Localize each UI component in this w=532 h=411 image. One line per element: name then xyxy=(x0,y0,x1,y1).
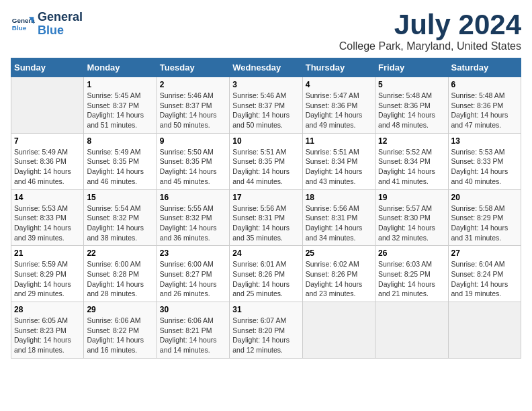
day-number: 25 xyxy=(306,248,372,258)
day-number: 14 xyxy=(14,193,81,202)
day-info: Sunrise: 6:05 AMSunset: 8:23 PMDaylight:… xyxy=(14,316,81,355)
day-number: 19 xyxy=(378,193,445,202)
day-info: Sunrise: 6:03 AMSunset: 8:25 PMDaylight:… xyxy=(378,259,445,299)
day-info: Sunrise: 5:55 AMSunset: 8:32 PMDaylight:… xyxy=(160,203,226,243)
calendar-cell: 14Sunrise: 5:53 AMSunset: 8:33 PMDayligh… xyxy=(11,189,84,246)
week-row-1: 1Sunrise: 5:45 AMSunset: 8:37 PMDaylight… xyxy=(11,77,521,134)
calendar-cell: 17Sunrise: 5:56 AMSunset: 8:31 PMDayligh… xyxy=(230,189,302,246)
day-info: Sunrise: 5:56 AMSunset: 8:31 PMDaylight:… xyxy=(232,203,299,243)
day-info: Sunrise: 6:02 AMSunset: 8:26 PMDaylight:… xyxy=(306,259,372,299)
day-number: 30 xyxy=(160,305,226,314)
logo: General Blue General Blue xyxy=(11,11,83,38)
page-header: General Blue General Blue July 2024 Coll… xyxy=(11,11,521,52)
calendar-cell: 5Sunrise: 5:48 AMSunset: 8:36 PMDaylight… xyxy=(375,77,448,134)
calendar-cell: 13Sunrise: 5:53 AMSunset: 8:33 PMDayligh… xyxy=(448,133,521,189)
day-number: 24 xyxy=(232,248,299,258)
day-info: Sunrise: 5:49 AMSunset: 8:36 PMDaylight:… xyxy=(14,147,81,187)
day-number: 22 xyxy=(87,248,153,258)
calendar-cell: 4Sunrise: 5:47 AMSunset: 8:36 PMDaylight… xyxy=(302,77,375,134)
calendar-cell: 10Sunrise: 5:51 AMSunset: 8:35 PMDayligh… xyxy=(230,133,302,189)
calendar-cell: 21Sunrise: 5:59 AMSunset: 8:29 PMDayligh… xyxy=(11,246,84,302)
calendar-cell: 8Sunrise: 5:49 AMSunset: 8:35 PMDaylight… xyxy=(84,133,157,189)
logo-icon: General Blue xyxy=(11,12,35,36)
day-number: 8 xyxy=(87,136,153,146)
calendar-cell xyxy=(11,77,84,134)
day-number: 15 xyxy=(87,193,153,202)
day-info: Sunrise: 5:56 AMSunset: 8:31 PMDaylight:… xyxy=(306,203,372,243)
calendar-cell xyxy=(448,302,521,359)
day-number: 27 xyxy=(451,248,518,258)
day-number: 10 xyxy=(232,136,299,146)
day-info: Sunrise: 6:04 AMSunset: 8:24 PMDaylight:… xyxy=(451,259,518,299)
day-number: 16 xyxy=(160,193,226,202)
week-row-4: 21Sunrise: 5:59 AMSunset: 8:29 PMDayligh… xyxy=(11,246,521,302)
location-title: College Park, Maryland, United States xyxy=(339,40,521,52)
calendar-cell: 28Sunrise: 6:05 AMSunset: 8:23 PMDayligh… xyxy=(11,302,84,359)
day-info: Sunrise: 6:06 AMSunset: 8:22 PMDaylight:… xyxy=(87,316,153,355)
day-info: Sunrise: 5:48 AMSunset: 8:36 PMDaylight:… xyxy=(451,91,518,130)
weekday-header-monday: Monday xyxy=(84,58,157,77)
calendar-cell: 9Sunrise: 5:50 AMSunset: 8:35 PMDaylight… xyxy=(157,133,229,189)
day-info: Sunrise: 5:48 AMSunset: 8:36 PMDaylight:… xyxy=(378,91,445,130)
day-info: Sunrise: 5:49 AMSunset: 8:35 PMDaylight:… xyxy=(87,147,153,187)
day-number: 28 xyxy=(14,305,81,314)
day-number: 4 xyxy=(306,80,372,89)
day-info: Sunrise: 6:06 AMSunset: 8:21 PMDaylight:… xyxy=(160,316,226,355)
day-info: Sunrise: 5:51 AMSunset: 8:35 PMDaylight:… xyxy=(232,147,299,187)
title-area: July 2024 College Park, Maryland, United… xyxy=(339,11,521,52)
calendar-cell: 11Sunrise: 5:51 AMSunset: 8:34 PMDayligh… xyxy=(302,133,375,189)
day-info: Sunrise: 5:57 AMSunset: 8:30 PMDaylight:… xyxy=(378,203,445,243)
weekday-header-row: SundayMondayTuesdayWednesdayThursdayFrid… xyxy=(11,58,521,77)
day-number: 2 xyxy=(160,80,226,89)
weekday-header-sunday: Sunday xyxy=(11,58,84,77)
calendar-cell: 3Sunrise: 5:46 AMSunset: 8:37 PMDaylight… xyxy=(230,77,302,134)
calendar-cell: 16Sunrise: 5:55 AMSunset: 8:32 PMDayligh… xyxy=(157,189,229,246)
calendar-cell: 12Sunrise: 5:52 AMSunset: 8:34 PMDayligh… xyxy=(375,133,448,189)
week-row-2: 7Sunrise: 5:49 AMSunset: 8:36 PMDaylight… xyxy=(11,133,521,189)
calendar-cell: 23Sunrise: 6:00 AMSunset: 8:27 PMDayligh… xyxy=(157,246,229,302)
calendar-cell xyxy=(375,302,448,359)
day-info: Sunrise: 5:53 AMSunset: 8:33 PMDaylight:… xyxy=(14,203,81,243)
weekday-header-saturday: Saturday xyxy=(448,58,521,77)
logo-text-blue: Blue xyxy=(38,24,83,38)
logo-text-general: General xyxy=(38,11,83,24)
svg-text:Blue: Blue xyxy=(12,24,27,32)
weekday-header-tuesday: Tuesday xyxy=(157,58,229,77)
calendar-cell: 15Sunrise: 5:54 AMSunset: 8:32 PMDayligh… xyxy=(84,189,157,246)
day-info: Sunrise: 5:54 AMSunset: 8:32 PMDaylight:… xyxy=(87,203,153,243)
calendar-cell xyxy=(302,302,375,359)
day-info: Sunrise: 5:46 AMSunset: 8:37 PMDaylight:… xyxy=(232,91,299,130)
day-info: Sunrise: 5:53 AMSunset: 8:33 PMDaylight:… xyxy=(451,147,518,187)
day-info: Sunrise: 5:52 AMSunset: 8:34 PMDaylight:… xyxy=(378,147,445,187)
day-number: 12 xyxy=(378,136,445,146)
calendar-cell: 6Sunrise: 5:48 AMSunset: 8:36 PMDaylight… xyxy=(448,77,521,134)
calendar-cell: 1Sunrise: 5:45 AMSunset: 8:37 PMDaylight… xyxy=(84,77,157,134)
day-number: 26 xyxy=(378,248,445,258)
day-number: 23 xyxy=(160,248,226,258)
calendar-cell: 26Sunrise: 6:03 AMSunset: 8:25 PMDayligh… xyxy=(375,246,448,302)
calendar-cell: 7Sunrise: 5:49 AMSunset: 8:36 PMDaylight… xyxy=(11,133,84,189)
day-number: 18 xyxy=(306,193,372,202)
day-number: 20 xyxy=(451,193,518,202)
day-number: 29 xyxy=(87,305,153,314)
day-info: Sunrise: 6:07 AMSunset: 8:20 PMDaylight:… xyxy=(232,316,299,355)
calendar-cell: 27Sunrise: 6:04 AMSunset: 8:24 PMDayligh… xyxy=(448,246,521,302)
weekday-header-friday: Friday xyxy=(375,58,448,77)
day-info: Sunrise: 5:51 AMSunset: 8:34 PMDaylight:… xyxy=(306,147,372,187)
day-number: 31 xyxy=(232,305,299,314)
calendar-cell: 31Sunrise: 6:07 AMSunset: 8:20 PMDayligh… xyxy=(230,302,302,359)
day-number: 1 xyxy=(87,80,153,89)
calendar-cell: 25Sunrise: 6:02 AMSunset: 8:26 PMDayligh… xyxy=(302,246,375,302)
calendar-cell: 19Sunrise: 5:57 AMSunset: 8:30 PMDayligh… xyxy=(375,189,448,246)
day-info: Sunrise: 5:47 AMSunset: 8:36 PMDaylight:… xyxy=(306,91,372,130)
month-title: July 2024 xyxy=(339,11,521,39)
calendar-cell: 24Sunrise: 6:01 AMSunset: 8:26 PMDayligh… xyxy=(230,246,302,302)
day-info: Sunrise: 5:58 AMSunset: 8:29 PMDaylight:… xyxy=(451,203,518,243)
weekday-header-thursday: Thursday xyxy=(302,58,375,77)
day-number: 9 xyxy=(160,136,226,146)
calendar-cell: 29Sunrise: 6:06 AMSunset: 8:22 PMDayligh… xyxy=(84,302,157,359)
day-number: 7 xyxy=(14,136,81,146)
day-number: 5 xyxy=(378,80,445,89)
calendar-cell: 20Sunrise: 5:58 AMSunset: 8:29 PMDayligh… xyxy=(448,189,521,246)
day-info: Sunrise: 6:01 AMSunset: 8:26 PMDaylight:… xyxy=(232,259,299,299)
